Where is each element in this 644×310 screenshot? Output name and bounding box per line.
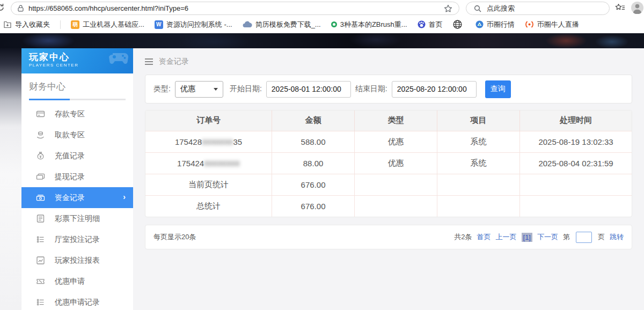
col-process-time: 处理时间 bbox=[520, 110, 632, 131]
type-select[interactable]: 优惠 bbox=[175, 81, 223, 98]
bookmark-label: 首页 bbox=[429, 20, 443, 29]
sidebar-item-lottery-bet-detail[interactable]: 彩票下注明细› bbox=[21, 208, 133, 229]
sidebar-item-label: 玩家投注报表 bbox=[55, 256, 100, 265]
cloud-download-icon bbox=[243, 21, 252, 28]
chevron-right-icon: › bbox=[123, 193, 126, 201]
jump-button[interactable]: 跳转 bbox=[610, 232, 624, 242]
page-top-banner bbox=[0, 33, 644, 48]
sidebar-item-label: 彩票下注明细 bbox=[55, 214, 100, 224]
sidebar-item-deposit-zone[interactable]: 存款专区› bbox=[21, 104, 133, 124]
pagination-controls: 共2条 首页 上一页 [1] 下一页 第 页 跳转 bbox=[454, 232, 624, 243]
bookmark-item-5[interactable]: 首页 bbox=[418, 20, 443, 29]
withdraw-hand-icon bbox=[36, 130, 45, 139]
import-bookmarks-icon bbox=[3, 20, 12, 28]
bookmark-item-7[interactable]: 币圈行情 bbox=[475, 20, 515, 29]
sidebar-item-label: 优惠申请记录 bbox=[55, 298, 100, 307]
bookmark-star-icon[interactable] bbox=[444, 4, 452, 13]
lottery-detail-icon bbox=[36, 214, 45, 223]
bookmark-label: 币圈牛人直播 bbox=[537, 20, 579, 29]
jump-prefix-text: 第 bbox=[563, 232, 570, 242]
quick-search-box[interactable]: 点此搜索 bbox=[466, 2, 610, 15]
sidebar-item-player-bet-report[interactable]: 玩家投注报表› bbox=[21, 250, 133, 271]
col-order-id: 订单号 bbox=[145, 110, 272, 131]
sidebar-item-withdrawal-record[interactable]: 提现记录› bbox=[21, 166, 133, 187]
bookmark-item-6[interactable] bbox=[453, 20, 465, 29]
bookmark-item-1[interactable]: 萌 工业机器人基础应... bbox=[71, 20, 144, 29]
search-placeholder: 点此搜索 bbox=[487, 4, 515, 13]
table-header-row: 订单号 金额 类型 项目 处理时间 bbox=[145, 110, 632, 131]
deposit-card-icon bbox=[36, 109, 45, 119]
col-type: 类型 bbox=[355, 110, 437, 131]
bookmark-item-2[interactable]: W 资源访问控制系统 -... bbox=[155, 20, 232, 29]
col-amount: 金额 bbox=[272, 110, 355, 131]
sidebar-item-label: 厅室投注记录 bbox=[55, 235, 100, 245]
summary-amount: 676.00 bbox=[272, 174, 355, 195]
next-page-link[interactable]: 下一页 bbox=[537, 232, 558, 242]
wy-badge-icon: W bbox=[155, 20, 163, 29]
sidebar-header: 玩家中心 PLAYERS CENTER bbox=[21, 48, 133, 73]
withdraw-record-icon bbox=[36, 172, 45, 181]
recharge-bag-icon bbox=[36, 151, 45, 160]
prev-page-link[interactable]: 上一页 bbox=[496, 232, 517, 242]
page-jump-input[interactable] bbox=[576, 232, 592, 243]
summary-amount: 676.00 bbox=[272, 195, 355, 217]
bookmark-item-3[interactable]: 简历模板免费下载_... bbox=[243, 20, 321, 29]
refresh-icon[interactable] bbox=[0, 3, 5, 14]
main-content: 资金记录 类型: 优惠 开始日期: 结束日期: 查询 订单号 金额 类型 bbox=[133, 48, 644, 310]
profile-avatar[interactable] bbox=[631, 2, 643, 16]
jump-suffix-text: 页 bbox=[598, 232, 605, 242]
masked-digits: 8888888 bbox=[202, 137, 233, 146]
bookmark-item-8[interactable]: 币圈牛人直播 bbox=[525, 20, 579, 29]
first-page-link[interactable]: 首页 bbox=[477, 232, 491, 242]
sidebar-item-label: 取款专区 bbox=[55, 130, 85, 140]
sidebar-item-hall-bet-record[interactable]: 厅室投注记录› bbox=[21, 229, 133, 250]
bookmark-label: 简历模板免费下载_... bbox=[255, 20, 321, 29]
promo-apply-icon bbox=[36, 277, 45, 286]
sidebar-item-label: 提现记录 bbox=[55, 172, 85, 182]
col-project: 项目 bbox=[437, 110, 520, 131]
lock-icon bbox=[18, 5, 24, 12]
address-bar-row: https://658065.com/hhcp/usercenter.html?… bbox=[0, 0, 644, 16]
start-date-label: 开始日期: bbox=[230, 84, 262, 94]
sidebar-item-label: 优惠申请 bbox=[55, 277, 85, 286]
summary-row-page: 当前页统计 676.00 bbox=[145, 174, 632, 195]
sidebar-item-recharge-record[interactable]: 充值记录› bbox=[21, 145, 133, 166]
sidebar: 玩家中心 PLAYERS CENTER 财务中心 存款专区› 取款专区› 充值记… bbox=[21, 48, 133, 310]
bookmark-label: 资源访问控制系统 -... bbox=[166, 20, 232, 29]
end-date-input[interactable] bbox=[392, 81, 477, 98]
type-cell: 优惠 bbox=[355, 131, 437, 152]
url-bar[interactable]: https://658065.com/hhcp/usercenter.html?… bbox=[11, 2, 459, 15]
table-row: 175428888888835 588.00 优惠 系统 2025-08-19 … bbox=[145, 131, 632, 152]
funds-record-icon bbox=[36, 193, 45, 202]
current-page-indicator[interactable]: [1] bbox=[522, 233, 532, 242]
time-cell: 2025-08-04 02:31:59 bbox=[520, 152, 632, 174]
background-strip bbox=[0, 48, 21, 310]
table-row: 17542488888888 88.00 优惠 系统 2025-08-04 02… bbox=[145, 152, 632, 174]
sidebar-item-promo-apply[interactable]: 优惠申请› bbox=[21, 271, 133, 292]
gamepad-icon bbox=[108, 51, 129, 68]
type-label: 类型: bbox=[153, 84, 171, 94]
sidebar-item-withdraw-zone[interactable]: 取款专区› bbox=[21, 124, 133, 145]
promo-record-icon bbox=[36, 298, 45, 307]
summary-label: 当前页统计 bbox=[145, 174, 272, 195]
hamburger-menu-icon[interactable] bbox=[145, 58, 153, 65]
coin-market-icon bbox=[475, 20, 484, 28]
bookmark-label: 导入收藏夹 bbox=[15, 20, 50, 29]
sidebar-item-promo-apply-record[interactable]: 优惠申请记录› bbox=[21, 292, 133, 310]
bookmark-import[interactable]: 导入收藏夹 bbox=[3, 20, 50, 29]
page-title: 资金记录 bbox=[159, 57, 189, 67]
amount-cell: 88.00 bbox=[272, 152, 355, 174]
time-cell: 2025-08-19 13:02:33 bbox=[520, 131, 632, 152]
query-button[interactable]: 查询 bbox=[485, 80, 511, 98]
sidebar-item-funds-record[interactable]: 资金记录› bbox=[21, 187, 133, 208]
order-id-cell: 17542488888888 bbox=[145, 152, 272, 174]
start-date-input[interactable] bbox=[266, 81, 351, 98]
project-cell: 系统 bbox=[437, 131, 520, 152]
end-date-label: 结束日期: bbox=[355, 84, 387, 94]
filter-panel: 类型: 优惠 开始日期: 结束日期: 查询 bbox=[145, 75, 632, 104]
order-id-cell: 175428888888835 bbox=[145, 131, 272, 152]
bookmark-item-4[interactable]: 3种基本的ZBrush重... bbox=[331, 20, 407, 29]
type-select-value: 优惠 bbox=[180, 84, 195, 94]
favorites-list-icon[interactable] bbox=[615, 3, 625, 14]
sidebar-item-label: 充值记录 bbox=[55, 151, 85, 161]
